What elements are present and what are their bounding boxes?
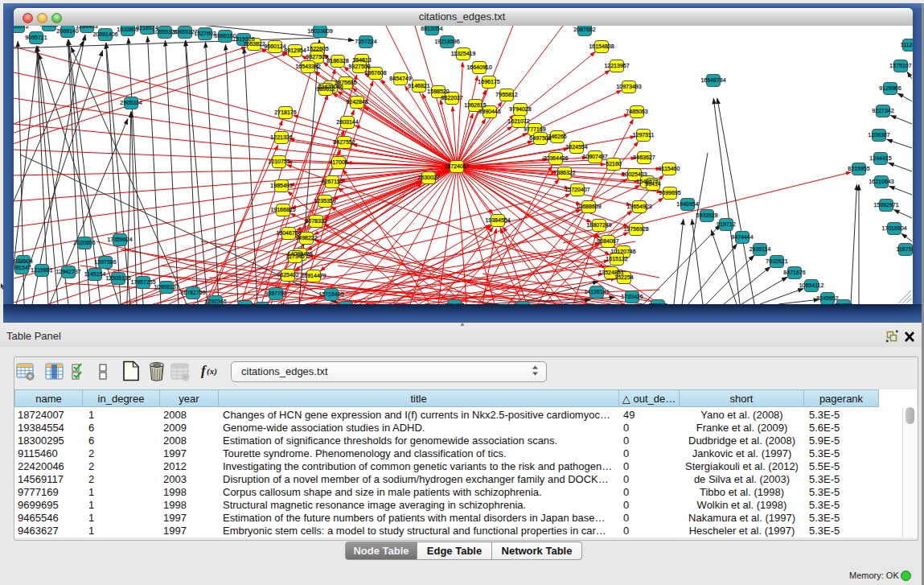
svg-text:746266: 746266 [548, 134, 566, 139]
svg-text:116753: 116753 [897, 246, 913, 252]
svg-text:1985493: 1985493 [270, 183, 292, 188]
svg-text:18724007: 18724007 [444, 163, 469, 169]
svg-text:(x): (x) [207, 366, 217, 377]
svg-text:391547: 391547 [14, 265, 31, 270]
svg-text:15716485: 15716485 [318, 291, 343, 297]
svg-text:8215955: 8215955 [848, 166, 869, 171]
svg-text:9463627: 9463627 [633, 154, 655, 160]
svg-text:17957255: 17957255 [130, 279, 155, 285]
svg-text:16640910: 16640910 [466, 64, 491, 70]
svg-text:8267110: 8267110 [322, 179, 343, 184]
svg-text:16782759: 16782759 [180, 290, 205, 295]
svg-text:1209387: 1209387 [868, 132, 889, 138]
svg-text:16154838: 16154838 [589, 43, 614, 49]
svg-text:3824554: 3824554 [565, 144, 587, 150]
svg-text:7663822: 7663822 [243, 41, 265, 47]
svg-text:2867608: 2867608 [364, 70, 386, 76]
svg-text:7625402: 7625402 [277, 272, 298, 278]
svg-text:19384554: 19384554 [485, 217, 510, 223]
svg-text:19756928: 19756928 [623, 226, 648, 232]
svg-text:9242848: 9242848 [346, 99, 368, 105]
svg-text:10120746: 10120746 [610, 249, 635, 254]
svg-text:10688609: 10688609 [576, 204, 601, 209]
svg-text:17016504: 17016504 [881, 225, 906, 231]
svg-text:9146821: 9146821 [408, 83, 429, 89]
svg-text:9794028: 9794028 [509, 106, 531, 112]
svg-text:1575107: 1575107 [889, 63, 911, 68]
svg-text:19654923: 19654923 [626, 204, 651, 209]
svg-text:14136141: 14136141 [584, 289, 609, 295]
svg-text:1405572: 1405572 [14, 26, 29, 29]
svg-text:1621072: 1621072 [507, 118, 529, 124]
svg-text:8678332: 8678332 [305, 218, 326, 224]
svg-text:1640954: 1640954 [676, 201, 698, 207]
svg-text:10958137: 10958137 [154, 284, 179, 290]
svg-text:2905334: 2905334 [120, 100, 142, 105]
svg-text:876513: 876513 [648, 303, 667, 304]
svg-text:19166825: 19166825 [270, 207, 295, 212]
svg-text:902450: 902450 [236, 303, 254, 304]
svg-text:933504: 933504 [14, 258, 32, 264]
svg-text:19218596: 19218596 [434, 39, 459, 44]
svg-text:9115460: 9115460 [659, 166, 680, 171]
svg-text:989612: 989612 [316, 86, 335, 92]
svg-text:1362615: 1362615 [464, 102, 486, 108]
svg-text:924501: 924501 [834, 303, 852, 304]
svg-text:1284403: 1284403 [76, 26, 97, 29]
svg-text:12505135: 12505135 [105, 275, 130, 281]
svg-text:16033809: 16033809 [307, 28, 332, 34]
svg-text:2069140: 2069140 [56, 28, 78, 34]
svg-text:5933928: 5933928 [696, 212, 717, 218]
svg-text:1522605: 1522605 [306, 46, 328, 51]
svg-text:763219: 763219 [39, 26, 58, 27]
svg-text:10973493: 10973493 [616, 84, 641, 89]
svg-text:9327508: 9327508 [348, 64, 370, 69]
svg-text:1696175: 1696175 [478, 79, 499, 84]
svg-text:8990443: 8990443 [478, 109, 500, 114]
svg-text:1297511: 1297511 [633, 132, 655, 138]
svg-text:8471676: 8471676 [783, 270, 805, 275]
svg-text:1244415: 1244415 [869, 155, 891, 161]
svg-text:7485063: 7485063 [626, 109, 647, 114]
svg-text:7955812: 7955812 [495, 92, 517, 97]
svg-text:8427552: 8427552 [333, 139, 355, 145]
svg-text:62160: 62160 [606, 161, 622, 167]
svg-text:1292346: 1292346 [204, 299, 226, 304]
svg-text:8912954: 8912954 [284, 47, 306, 53]
svg-text:16543382: 16543382 [295, 64, 320, 69]
svg-text:2718176: 2718176 [274, 109, 296, 115]
svg-text:1615132: 1615132 [606, 256, 627, 262]
svg-text:10025433: 10025433 [622, 171, 647, 177]
svg-text:111243: 111243 [901, 42, 913, 47]
svg-text:9827503: 9827503 [306, 54, 327, 60]
svg-text:417006: 417006 [329, 159, 347, 165]
svg-text:9129966: 9129966 [879, 85, 901, 91]
svg-text:15720407: 15720407 [565, 187, 589, 192]
svg-text:252254: 252254 [614, 274, 633, 280]
svg-text:7632621: 7632621 [766, 258, 787, 264]
svg-text:1397586: 1397586 [94, 259, 116, 265]
svg-text:16914479: 16914479 [301, 273, 326, 278]
svg-text:96414: 96414 [645, 181, 661, 187]
svg-text:8822037: 8822037 [441, 95, 462, 101]
svg-text:127345: 127345 [285, 253, 304, 259]
svg-text:9699695: 9699695 [659, 190, 680, 196]
svg-text:8454749: 8454749 [389, 76, 411, 81]
svg-text:1145154: 1145154 [84, 271, 106, 277]
svg-text:1010755: 1010755 [268, 159, 290, 164]
svg-text:2530027: 2530027 [417, 175, 439, 180]
svg-text:2935114: 2935114 [749, 246, 771, 252]
svg-text:9857791: 9857791 [265, 290, 286, 296]
svg-text:7386322: 7386322 [553, 170, 575, 175]
svg-text:9498222: 9498222 [295, 235, 317, 241]
svg-text:9055721: 9055721 [25, 35, 47, 40]
svg-text:10807487: 10807487 [582, 154, 607, 159]
svg-text:3875685: 3875685 [335, 80, 356, 85]
svg-text:2803144: 2803144 [336, 119, 358, 125]
svg-text:1588520: 1588520 [427, 89, 449, 94]
svg-text:10654112: 10654112 [799, 282, 824, 288]
svg-text:1527602: 1527602 [194, 31, 216, 36]
svg-text:1235359: 1235359 [314, 198, 335, 204]
svg-text:9777169: 9777169 [524, 126, 545, 132]
svg-text:8186328: 8186328 [326, 58, 348, 64]
